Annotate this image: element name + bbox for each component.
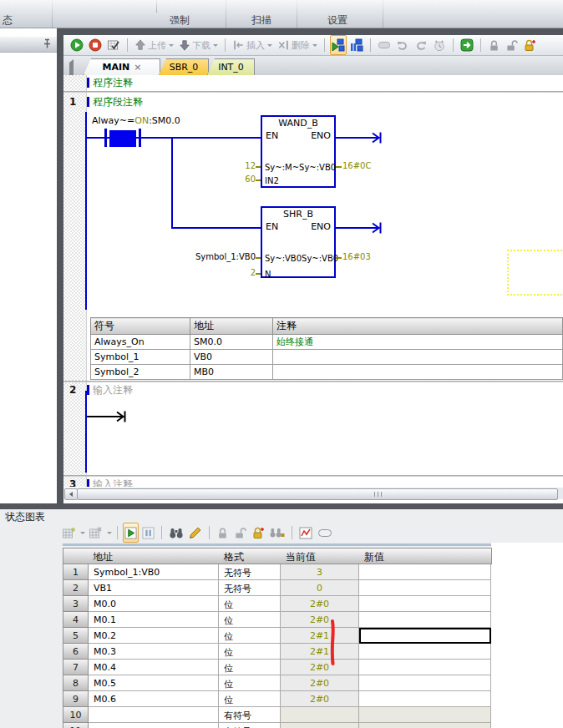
- row-header[interactable]: 1: [63, 564, 89, 580]
- scroll-left-arrow[interactable]: [64, 488, 78, 500]
- network1-comment[interactable]: 程序段注释: [93, 95, 143, 109]
- program-status-pause-button[interactable]: [348, 37, 365, 53]
- address-cell[interactable]: [89, 723, 219, 728]
- format-cell[interactable]: 位: [219, 644, 281, 660]
- wand-b-block[interactable]: WAND_B EN ENO Sy~:M~ Sy~:VB0 IN2: [261, 115, 336, 188]
- clock-icon[interactable]: [431, 37, 448, 53]
- format-cell[interactable]: 位: [219, 596, 281, 612]
- pin-dash: [256, 179, 261, 181]
- chevron-down-icon[interactable]: [169, 44, 174, 47]
- upload-button[interactable]: 上传: [133, 37, 175, 53]
- goto-next-icon[interactable]: [459, 37, 475, 53]
- chevron-down-icon[interactable]: [80, 532, 85, 534]
- read-forced-binoculars-icon[interactable]: [268, 524, 287, 541]
- pin-icon[interactable]: [42, 38, 53, 49]
- tab-main[interactable]: MAIN ×: [84, 58, 160, 75]
- chevron-down-icon[interactable]: [213, 44, 218, 47]
- address-cell[interactable]: M0.3: [89, 644, 219, 660]
- program-status-on-button[interactable]: [330, 35, 347, 55]
- address-cell[interactable]: Symbol_1:VB0: [89, 564, 219, 580]
- download-button[interactable]: 下载: [177, 37, 220, 53]
- compile-icon[interactable]: [105, 37, 122, 53]
- program-comment[interactable]: 程序注释: [93, 76, 133, 90]
- new-value-cell[interactable]: [359, 612, 491, 628]
- new-value-cell[interactable]: [359, 660, 491, 675]
- address-cell[interactable]: [89, 707, 219, 723]
- insert-button[interactable]: 插入: [231, 37, 274, 53]
- unlock-icon[interactable]: [504, 37, 520, 53]
- new-value-cell[interactable]: [359, 691, 491, 707]
- row-header[interactable]: 5: [63, 628, 89, 644]
- chevron-down-icon[interactable]: [267, 44, 272, 47]
- insert-row-icon[interactable]: [60, 524, 78, 541]
- row-header[interactable]: 7: [63, 660, 89, 675]
- ribbon-group-force: 强制: [170, 13, 190, 28]
- toggle-capsule-icon[interactable]: [316, 524, 334, 541]
- lock-add-icon[interactable]: [521, 37, 538, 53]
- network3-comment[interactable]: 输入注释: [93, 478, 133, 487]
- tab-int0[interactable]: INT_0: [207, 58, 255, 75]
- address-cell[interactable]: M0.5: [89, 675, 219, 691]
- address-cell[interactable]: M0.1: [89, 612, 219, 628]
- trend-view-icon[interactable]: [297, 524, 314, 541]
- stop-button[interactable]: [87, 37, 104, 53]
- redo-icon[interactable]: [413, 37, 429, 53]
- chart-status-on-button[interactable]: [123, 523, 139, 543]
- lock-icon[interactable]: [486, 37, 502, 53]
- box-tool-icon[interactable]: [376, 37, 393, 53]
- format-cell[interactable]: 位: [219, 660, 281, 675]
- undo-icon[interactable]: [394, 37, 411, 53]
- toolbar-separator: [161, 526, 162, 539]
- network2-comment[interactable]: 输入注释: [93, 383, 133, 397]
- new-value-cell[interactable]: [359, 596, 491, 612]
- new-value-cell[interactable]: [359, 644, 491, 660]
- format-cell[interactable]: 位: [219, 675, 281, 691]
- new-value-cell[interactable]: [359, 580, 491, 596]
- write-pencil-icon[interactable]: [187, 524, 204, 541]
- address-cell[interactable]: M0.2: [89, 628, 219, 644]
- block-en-pin: EN: [266, 130, 278, 141]
- row-header[interactable]: 6: [63, 644, 89, 660]
- scrollbar-thumb[interactable]: [77, 488, 558, 500]
- read-binoculars-icon[interactable]: [167, 524, 185, 541]
- row-header[interactable]: 3: [63, 596, 89, 612]
- row-header[interactable]: 4: [63, 612, 89, 628]
- format-cell[interactable]: 有符号: [219, 723, 281, 728]
- format-cell[interactable]: 有符号: [219, 707, 281, 723]
- address-cell[interactable]: VB1: [89, 580, 219, 596]
- row-header[interactable]: 8: [63, 675, 89, 691]
- chevron-down-icon[interactable]: [107, 532, 112, 534]
- run-button[interactable]: [68, 37, 85, 53]
- format-cell[interactable]: 位: [219, 691, 281, 707]
- delete-button[interactable]: 删除: [276, 37, 319, 53]
- tab-close-icon[interactable]: ×: [134, 62, 141, 73]
- address-cell[interactable]: M0.6: [89, 691, 219, 707]
- selected-new-value-cell[interactable]: [359, 628, 491, 644]
- force-lock-icon[interactable]: [215, 524, 231, 541]
- horizontal-scrollbar[interactable]: [63, 487, 563, 499]
- address-cell[interactable]: M0.0: [89, 596, 219, 612]
- tab-sbr0[interactable]: SBR_0: [159, 58, 209, 75]
- row-header[interactable]: 10: [63, 707, 89, 723]
- format-cell[interactable]: 无符号: [219, 564, 281, 580]
- format-cell[interactable]: 位: [219, 628, 281, 644]
- unforce-lock-icon[interactable]: [232, 524, 248, 541]
- ladder-editor-canvas[interactable]: 程序注释 1 程序段注释 Alway~=ON:SM0.0 WAND_B EN E…: [63, 75, 563, 487]
- chevron-down-icon[interactable]: [312, 44, 317, 47]
- panel-splitter[interactable]: [0, 503, 563, 509]
- row-header[interactable]: 2: [63, 580, 89, 596]
- new-value-cell[interactable]: [359, 564, 491, 580]
- address-cell[interactable]: M0.4: [89, 660, 219, 675]
- format-cell[interactable]: 无符号: [219, 580, 281, 596]
- delete-row-icon[interactable]: [87, 524, 104, 541]
- shr-b-block[interactable]: SHR_B EN ENO Sy~:VB0 Sy~:VB0 N: [261, 206, 336, 278]
- new-value-cell[interactable]: [359, 675, 491, 691]
- new-value-cell[interactable]: [359, 723, 491, 728]
- row-header[interactable]: 9: [63, 691, 89, 707]
- format-cell[interactable]: 位: [219, 612, 281, 628]
- new-value-cell[interactable]: [359, 707, 491, 723]
- chart-status-pause-button[interactable]: [140, 524, 156, 541]
- row-header[interactable]: 11: [63, 723, 89, 728]
- ribbon-separator: [383, 0, 383, 28]
- force-add-lock-icon[interactable]: [250, 524, 266, 541]
